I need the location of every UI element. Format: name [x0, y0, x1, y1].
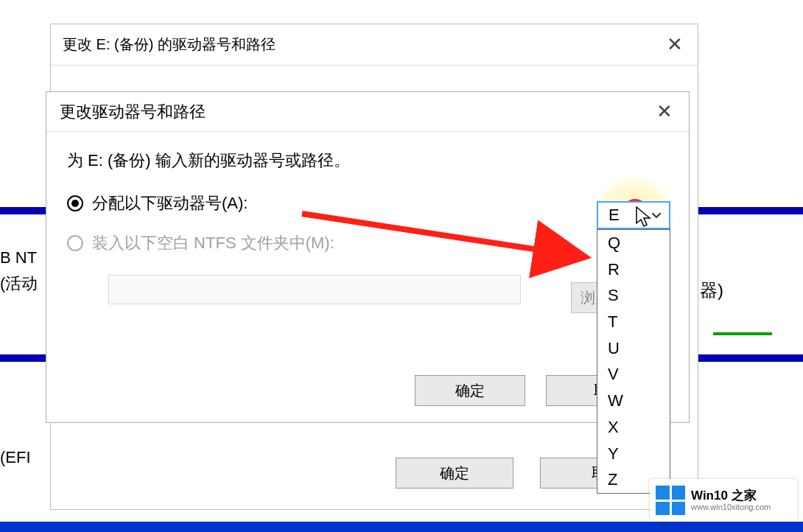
mount-path-input: [108, 275, 521, 304]
watermark: Win10 之家 www.win10xitong.com: [650, 479, 797, 522]
bg-green-bar: [713, 332, 772, 335]
inner-dialog-title: 更改驱动器号和路径: [60, 101, 646, 123]
combo-selected-value: E: [598, 206, 644, 225]
inner-titlebar: 更改驱动器号和路径 ✕: [46, 92, 689, 132]
instruction-text: 为 E: (备份) 输入新的驱动器号或路径。: [67, 150, 668, 172]
drive-letter-option[interactable]: W: [597, 388, 670, 414]
close-icon: ✕: [656, 100, 673, 123]
outer-ok-button[interactable]: 确定: [396, 458, 513, 489]
outer-titlebar: 更改 E: (备份) 的驱动器号和路径 ✕: [51, 24, 698, 66]
assign-drive-letter-label: 分配以下驱动器号(A):: [92, 192, 248, 214]
outer-close-button[interactable]: ✕: [656, 30, 693, 60]
inner-dialog-body: 为 E: (备份) 输入新的驱动器号或路径。 分配以下驱动器号(A): 装入以下…: [46, 132, 689, 307]
mount-ntfs-folder-label: 装入以下空白 NTFS 文件夹中(M):: [92, 232, 334, 254]
drive-letter-combobox[interactable]: E: [597, 201, 670, 229]
inner-ok-button[interactable]: 确定: [415, 375, 525, 406]
radio-unselected-icon: [67, 235, 83, 251]
drive-letter-option[interactable]: U: [597, 335, 670, 362]
assign-drive-letter-radio[interactable]: 分配以下驱动器号(A):: [67, 192, 668, 214]
bg-text-ntfs: B NT: [0, 248, 37, 267]
mount-ntfs-folder-radio[interactable]: 装入以下空白 NTFS 文件夹中(M):: [67, 232, 668, 254]
drive-letter-option[interactable]: V: [597, 361, 670, 388]
change-drive-letter-inner-dialog: 更改驱动器号和路径 ✕ 为 E: (备份) 输入新的驱动器号或路径。 分配以下驱…: [46, 91, 690, 423]
radio-selected-icon: [67, 195, 83, 211]
bg-text-device: 器): [700, 279, 723, 302]
bg-bottom-blue: [0, 522, 803, 532]
bg-text-active: (活动: [0, 273, 38, 295]
watermark-subtitle: www.win10xitong.com: [691, 503, 771, 512]
drive-letter-option[interactable]: Q: [597, 230, 670, 256]
inner-dialog-buttons: 确定 取: [46, 375, 689, 406]
outer-dialog-title: 更改 E: (备份) 的驱动器号和路径: [63, 35, 656, 55]
drive-letter-option[interactable]: S: [597, 282, 670, 309]
drive-letter-dropdown[interactable]: Q R S T U V W X Y Z: [597, 229, 670, 494]
close-icon: ✕: [667, 33, 683, 56]
inner-close-button[interactable]: ✕: [646, 97, 683, 127]
watermark-title: Win10 之家: [691, 489, 771, 503]
chevron-down-icon: [644, 210, 669, 220]
drive-letter-option[interactable]: Y: [597, 441, 670, 467]
drive-letter-option[interactable]: T: [597, 309, 670, 335]
drive-letter-option[interactable]: X: [597, 414, 670, 441]
windows-logo-icon: [656, 486, 685, 515]
drive-letter-option[interactable]: R: [597, 256, 670, 283]
bg-text-efi: (EFI: [0, 448, 31, 467]
